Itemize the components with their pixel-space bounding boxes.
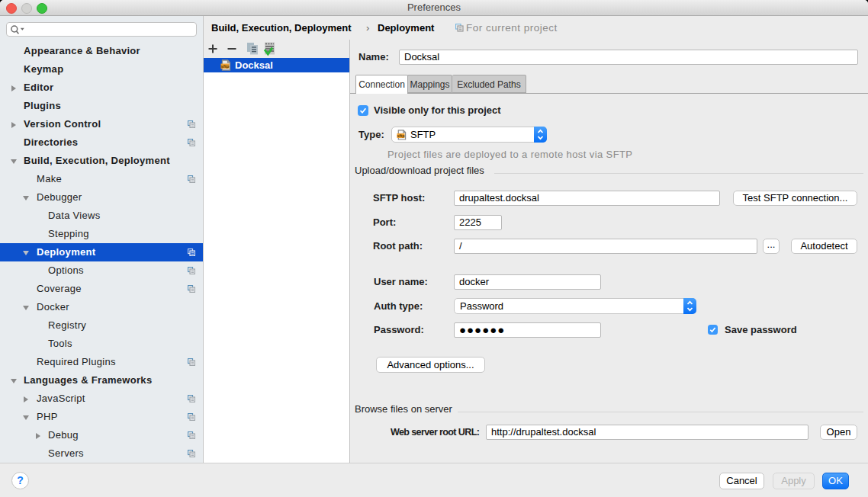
svg-text:sftp: sftp bbox=[221, 64, 230, 69]
svg-text:sftp: sftp bbox=[397, 133, 405, 137]
